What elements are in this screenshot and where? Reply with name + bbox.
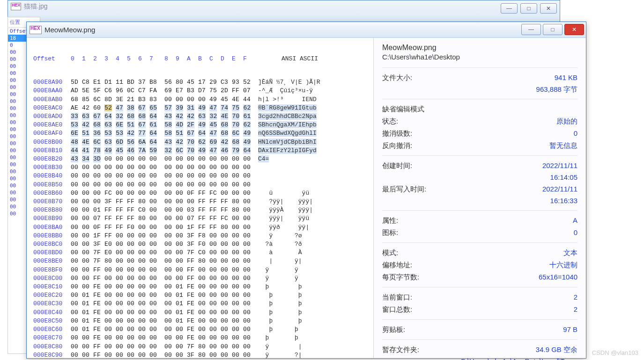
hex-bytes[interactable]: 00 00 00 FC 00 00 00 00 00 00 0F FF FC 0… xyxy=(71,189,258,198)
hex-row[interactable]: 000E8C4000 01 FE 00 00 00 00 00 00 01 FE… xyxy=(33,309,369,317)
hex-offset: 000E8BA0 xyxy=(33,223,71,232)
size-bytes: 963,888 字节 xyxy=(382,84,577,95)
hex-bytes[interactable]: 00 00 01 FF FF FF C0 00 00 00 03 FF FF F… xyxy=(71,206,258,214)
hex-bytes[interactable]: 68 85 6C 8D 3E 21 B3 83 00 00 00 00 49 4… xyxy=(71,96,258,104)
hex-bytes[interactable]: 00 01 FE 00 00 00 00 00 00 01 FE 00 00 0… xyxy=(71,300,258,308)
hex-row[interactable]: 000E8AF06E 51 36 53 53 42 77 64 58 51 67… xyxy=(33,129,369,138)
hex-ascii: ÿ ÿ xyxy=(258,266,298,274)
hex-row[interactable]: 000E8BD000 00 7F E0 00 00 00 00 00 00 7F… xyxy=(33,249,369,257)
hex-ascii: HNlcmVjdCBpbiBhI xyxy=(258,138,317,147)
hex-row[interactable]: 000E8C2000 01 FE 00 00 00 00 00 00 01 FE… xyxy=(33,291,369,300)
hex-row[interactable]: 000E8C7000 00 FE 00 00 00 00 00 00 00 FE… xyxy=(33,334,369,342)
hex-bytes[interactable]: 00 00 00 00 00 00 00 00 00 00 00 00 00 0… xyxy=(71,181,258,189)
bg-close-button[interactable]: ✕ xyxy=(540,3,557,14)
hex-bytes[interactable]: 00 00 3F E0 00 00 00 00 00 00 3F F0 00 0… xyxy=(71,240,258,249)
hex-row[interactable]: 000E8BB000 00 1F FF 00 00 00 00 00 00 3F… xyxy=(33,232,369,240)
curwin-label: 当前窗口: xyxy=(382,291,412,303)
hex-row[interactable]: 000E8B1044 41 78 49 45 46 7A 59 32 6C 70… xyxy=(33,147,369,155)
hex-row[interactable]: 000E8B3000 00 00 00 00 00 00 00 00 00 00… xyxy=(33,163,369,172)
temp-path: C:\Users\wha1e\AppData\Local\Temp xyxy=(382,356,577,360)
hex-offset: 000E8BB0 xyxy=(33,232,71,240)
hex-bytes[interactable]: 33 63 67 64 32 68 68 64 43 42 42 63 32 4… xyxy=(71,112,258,121)
hex-bytes[interactable]: 00 00 1F FF 00 00 00 00 00 00 3F F8 00 0… xyxy=(71,232,258,240)
size-kb: 941 KB xyxy=(555,72,577,84)
hex-offset: 000E8AA0 xyxy=(33,87,71,95)
hex-row[interactable]: 000E8C0000 00 FF 00 00 00 00 00 00 00 FF… xyxy=(33,274,369,283)
hex-bytes[interactable]: 48 4E 6C 63 6D 56 6A 64 43 42 70 62 69 4… xyxy=(71,138,258,147)
hex-bytes[interactable]: 00 00 7F 80 00 00 00 00 00 00 FF 80 00 0… xyxy=(71,257,258,265)
hex-bytes[interactable]: 00 00 0F FF FF F0 00 00 00 00 1F FF FF 8… xyxy=(71,223,258,232)
hex-bytes[interactable]: 00 00 FF 00 00 00 00 00 00 00 7F 80 00 0… xyxy=(71,343,258,351)
hex-bytes[interactable]: 00 01 FE 00 00 00 00 00 00 01 FE 00 00 0… xyxy=(71,309,258,317)
hex-offset: 000E8BE0 xyxy=(33,257,71,265)
hex-row[interactable]: 000E8AE053 42 68 63 6E 51 67 61 58 4D 2F… xyxy=(33,121,369,129)
hex-bytes[interactable]: 00 01 FE 00 00 00 00 00 00 00 FE 00 00 0… xyxy=(71,325,258,334)
hex-bytes[interactable]: 00 00 00 00 00 00 00 00 00 00 00 00 00 0… xyxy=(71,172,258,180)
hex-row[interactable]: 000E8BA000 00 0F FF FF F0 00 00 00 00 1F… xyxy=(33,223,369,232)
hex-row[interactable]: 000E8B0048 4E 6C 63 6D 56 6A 64 43 42 70… xyxy=(33,138,369,147)
hex-offset: 000E8C90 xyxy=(33,351,71,358)
hex-view[interactable]: Offset 0 1 2 3 4 5 6 7 8 9 A B C D E F A… xyxy=(27,38,373,358)
hex-bytes[interactable]: 00 00 00 00 00 00 00 00 00 00 00 00 00 0… xyxy=(71,163,258,172)
bg-titlebar[interactable]: HEX 猫猫.jpg — □ ✕ xyxy=(8,0,560,13)
hex-offset: 000E8C40 xyxy=(33,309,71,317)
info-panel: MeowMeow.png C:\Users\wha1e\Desktop 文件大小… xyxy=(373,38,586,358)
hex-bytes[interactable]: AE 42 60 52 47 38 67 65 57 39 31 49 47 7… xyxy=(71,104,258,112)
clip-value: 97 B xyxy=(563,323,577,336)
hex-ascii: ü ÿü xyxy=(258,189,309,198)
hex-bytes[interactable]: 53 42 68 63 6E 51 67 61 58 4D 2F 49 45 6… xyxy=(71,121,258,129)
hex-bytes[interactable]: 00 00 FF 00 00 00 00 00 00 00 FF 00 00 0… xyxy=(71,266,258,274)
hex-offset: 000E8BF0 xyxy=(33,266,71,274)
hex-bytes[interactable]: 00 00 FF 00 00 00 00 00 00 00 FF 00 00 0… xyxy=(71,274,258,283)
bg-maximize-button[interactable]: □ xyxy=(520,3,537,14)
hex-bytes[interactable]: 00 00 FF 00 00 00 00 00 00 00 3F 80 00 0… xyxy=(71,351,258,358)
hex-row[interactable]: 000E8B5000 00 00 00 00 00 00 00 00 00 00… xyxy=(33,181,369,189)
hex-bytes[interactable]: 00 00 07 FF FF FF 80 00 00 00 07 FF FF F… xyxy=(71,214,258,223)
hex-bytes[interactable]: AD 5E 5F C6 96 0C C7 FA 69 E7 B3 D7 75 2… xyxy=(71,87,258,95)
hex-offset: 000E8AC0 xyxy=(33,104,71,112)
hex-row[interactable]: 000E8AB068 85 6C 8D 3E 21 B3 83 00 00 00… xyxy=(33,96,369,104)
hex-bytes[interactable]: 00 00 00 3F FF FF 80 00 00 00 00 FF FF F… xyxy=(71,198,258,206)
hex-bytes[interactable]: 43 34 3D 00 00 00 00 00 00 00 00 00 00 0… xyxy=(71,155,258,163)
hex-row[interactable]: 000E8B9000 00 07 FF FF FF 80 00 00 00 07… xyxy=(33,214,369,223)
hex-offset: 000E8B80 xyxy=(33,206,71,214)
temp-label: 暂存文件夹: xyxy=(382,344,419,356)
hex-bytes[interactable]: 00 00 FE 00 00 00 00 00 00 01 FE 00 00 0… xyxy=(71,283,258,291)
hex-row[interactable]: 000E8A905D C8 E1 D1 11 BD 37 B8 56 80 45… xyxy=(33,78,369,87)
hex-row[interactable]: 000E8B4000 00 00 00 00 00 00 00 00 00 00… xyxy=(33,172,369,180)
hex-row[interactable]: 000E8C8000 00 FF 00 00 00 00 00 00 00 7F… xyxy=(33,343,369,351)
hex-row[interactable]: 000E8B8000 00 01 FF FF FF C0 00 00 00 03… xyxy=(33,206,369,214)
hex-bytes[interactable]: 5D C8 E1 D1 11 BD 37 B8 56 80 45 17 29 C… xyxy=(71,78,258,87)
icon-value: 0 xyxy=(574,227,577,239)
minimize-button[interactable]: — xyxy=(521,24,541,35)
hex-row[interactable]: 000E8C9000 00 FF 00 00 00 00 00 00 00 3F… xyxy=(33,351,369,358)
hex-row[interactable]: 000E8B6000 00 00 FC 00 00 00 00 00 00 0F… xyxy=(33,189,369,198)
hex-bytes[interactable]: 00 01 FE 00 00 00 00 00 00 01 FE 00 00 0… xyxy=(71,291,258,300)
hex-offset: 000E8BD0 xyxy=(33,249,71,257)
hex-row[interactable]: 000E8B7000 00 00 3F FF FF 80 00 00 00 00… xyxy=(33,198,369,206)
hex-bytes[interactable]: 00 00 7F E0 00 00 00 00 00 00 7F C0 00 0… xyxy=(71,249,258,257)
hex-row[interactable]: 000E8C3000 01 FE 00 00 00 00 00 00 01 FE… xyxy=(33,300,369,308)
close-button[interactable]: ✕ xyxy=(564,24,584,35)
hex-row[interactable]: 000E8BF000 00 FF 00 00 00 00 00 00 00 FF… xyxy=(33,266,369,274)
hex-row[interactable]: 000E8AA0AD 5E 5F C6 96 0C C7 FA 69 E7 B3… xyxy=(33,87,369,95)
hex-bytes[interactable]: 6E 51 36 53 53 42 77 64 58 51 67 64 47 6… xyxy=(71,129,258,138)
titlebar[interactable]: HEX MeowMeow.png — □ ✕ xyxy=(27,22,586,38)
hex-row[interactable]: 000E8BC000 00 3F E0 00 00 00 00 00 00 3F… xyxy=(33,240,369,249)
hex-bytes[interactable]: 44 41 78 49 45 46 7A 59 32 6C 70 49 47 4… xyxy=(71,147,258,155)
hex-bytes[interactable]: 00 01 FE 00 00 00 00 00 00 01 FE 00 00 0… xyxy=(71,317,258,325)
hex-row[interactable]: 000E8B2043 34 3D 00 00 00 00 00 00 00 00… xyxy=(33,155,369,163)
hex-row[interactable]: 000E8C5000 01 FE 00 00 00 00 00 00 01 FE… xyxy=(33,317,369,325)
hex-ascii: ÿ ?ø xyxy=(258,232,302,240)
hex-offset: 000E8A90 xyxy=(33,78,71,87)
hex-row[interactable]: 000E8BE000 00 7F 80 00 00 00 00 00 00 FF… xyxy=(33,257,369,265)
bg-minimize-button[interactable]: — xyxy=(501,3,518,14)
totwin-value: 2 xyxy=(574,303,577,316)
hex-row[interactable]: 000E8AD033 63 67 64 32 68 68 64 43 42 42… xyxy=(33,112,369,121)
hex-row[interactable]: 000E8AC0AE 42 60 52 47 38 67 65 57 39 31… xyxy=(33,104,369,112)
hex-bytes[interactable]: 00 00 FE 00 00 00 00 00 00 00 FE 00 00 0… xyxy=(71,334,258,342)
hex-offset: 000E8B50 xyxy=(33,181,71,189)
hex-row[interactable]: 000E8C6000 01 FE 00 00 00 00 00 00 00 FE… xyxy=(33,325,369,334)
maximize-button[interactable]: □ xyxy=(543,24,563,35)
hex-row[interactable]: 000E8C1000 00 FE 00 00 00 00 00 00 01 FE… xyxy=(33,283,369,291)
